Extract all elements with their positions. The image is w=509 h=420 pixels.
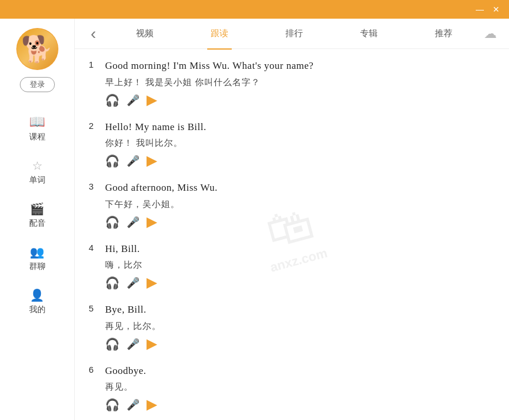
play-icon[interactable]: ▶ bbox=[147, 215, 156, 230]
courses-label: 课程 bbox=[29, 132, 46, 142]
dialogue-english: Hi, Bill. bbox=[105, 242, 495, 257]
dialogue-item: 3 Good afternoon, Miss Wu. 下午好，吴小姐。 🎧 🎤 … bbox=[89, 180, 495, 230]
mic-icon[interactable]: 🎤 bbox=[127, 338, 140, 351]
dialogue-controls: 🎧 🎤 ▶ bbox=[105, 275, 495, 290]
dialogue-controls: 🎧 🎤 ▶ bbox=[105, 397, 495, 412]
minimize-button[interactable]: — bbox=[472, 1, 488, 18]
group-label: 群聊 bbox=[29, 261, 46, 272]
play-icon[interactable]: ▶ bbox=[147, 93, 156, 108]
dialogue-chinese: 嗨，比尔 bbox=[105, 260, 495, 271]
dialogue-english: Bye, Bill. bbox=[105, 302, 495, 317]
dialogue-num: 6 bbox=[89, 363, 105, 374]
dialogue-num: 2 bbox=[89, 120, 105, 131]
tab-recommend[interactable]: 推荐 bbox=[423, 23, 464, 44]
mic-icon[interactable]: 🎤 bbox=[127, 276, 140, 289]
dialogue-chinese: 再见，比尔。 bbox=[105, 321, 495, 332]
dialogue-chinese: 下午好，吴小姐。 bbox=[105, 199, 495, 210]
sidebar-item-dubbing[interactable]: 🎬 配音 bbox=[0, 194, 74, 237]
dialogue-item: 5 Bye, Bill. 再见，比尔。 🎧 🎤 ▶ bbox=[89, 302, 495, 352]
group-icon: 👥 bbox=[30, 245, 44, 259]
headphone-icon[interactable]: 🎧 bbox=[105, 398, 120, 412]
mic-icon[interactable]: 🎤 bbox=[127, 398, 140, 411]
login-button[interactable]: 登录 bbox=[20, 77, 55, 92]
reading-content: 🛍 anxz.com 1 Good morning! I'm Miss Wu. … bbox=[75, 49, 509, 420]
play-icon[interactable]: ▶ bbox=[147, 397, 156, 412]
sidebar-item-words[interactable]: ☆ 单词 bbox=[0, 150, 74, 194]
dialogue-num: 5 bbox=[89, 302, 105, 313]
back-button[interactable]: ‹ bbox=[84, 24, 103, 43]
headphone-icon[interactable]: 🎧 bbox=[105, 93, 120, 107]
headphone-icon[interactable]: 🎧 bbox=[105, 276, 120, 290]
sidebar: 🐕 登录 📖 课程 ☆ 单词 🎬 配音 👥 群聊 👤 bbox=[0, 19, 75, 420]
mic-icon[interactable]: 🎤 bbox=[127, 94, 140, 107]
dialogue-english: Goodbye. bbox=[105, 363, 495, 379]
close-button[interactable]: ✕ bbox=[488, 1, 504, 18]
headphone-icon[interactable]: 🎧 bbox=[105, 337, 120, 351]
cloud-icon: ☁ bbox=[484, 26, 497, 41]
nav-tabs: 视频 跟读 排行 专辑 推荐 bbox=[107, 23, 481, 44]
mic-icon[interactable]: 🎤 bbox=[127, 155, 140, 167]
main-layout: 🐕 登录 📖 课程 ☆ 单词 🎬 配音 👥 群聊 👤 bbox=[0, 19, 509, 420]
words-icon: ☆ bbox=[32, 159, 43, 173]
cloud-button[interactable]: ☁ bbox=[481, 24, 500, 43]
dialogue-controls: 🎧 🎤 ▶ bbox=[105, 215, 495, 230]
dialogue-chinese: 你好！ 我叫比尔。 bbox=[105, 138, 495, 149]
dialogue-chinese: 再见。 bbox=[105, 382, 495, 393]
tab-album[interactable]: 专辑 bbox=[348, 23, 389, 44]
avatar-image: 🐕 bbox=[17, 29, 58, 69]
sidebar-item-mine[interactable]: 👤 我的 bbox=[0, 280, 74, 323]
sidebar-nav: 📖 课程 ☆ 单词 🎬 配音 👥 群聊 👤 我的 bbox=[0, 106, 74, 323]
top-nav: ‹ 视频 跟读 排行 专辑 推荐 ☁ bbox=[75, 19, 509, 49]
mine-icon: 👤 bbox=[30, 288, 44, 302]
dialogue-english: Hello! My name is Bill. bbox=[105, 120, 495, 135]
dialogue-item: 4 Hi, Bill. 嗨，比尔 🎧 🎤 ▶ bbox=[89, 242, 495, 291]
dubbing-icon: 🎬 bbox=[30, 202, 44, 216]
play-icon[interactable]: ▶ bbox=[147, 153, 156, 169]
sidebar-item-courses[interactable]: 📖 课程 bbox=[0, 106, 74, 150]
dialogue-controls: 🎧 🎤 ▶ bbox=[105, 337, 495, 352]
tab-rank[interactable]: 排行 bbox=[274, 23, 315, 44]
headphone-icon[interactable]: 🎧 bbox=[105, 215, 120, 229]
sidebar-item-group[interactable]: 👥 群聊 bbox=[0, 237, 74, 280]
courses-icon: 📖 bbox=[29, 114, 45, 130]
dialogue-english: Good morning! I'm Miss Wu. What's your n… bbox=[105, 58, 495, 74]
dialogue-num: 4 bbox=[89, 242, 105, 253]
dialogue-english: Good afternoon, Miss Wu. bbox=[105, 180, 495, 195]
tab-follow-read[interactable]: 跟读 bbox=[199, 23, 240, 44]
play-icon[interactable]: ▶ bbox=[147, 275, 156, 290]
dialogue-num: 1 bbox=[89, 58, 105, 69]
dialogue-item: 1 Good morning! I'm Miss Wu. What's your… bbox=[89, 58, 495, 108]
avatar: 🐕 bbox=[16, 28, 58, 70]
titlebar: — ✕ bbox=[0, 0, 509, 19]
headphone-icon[interactable]: 🎧 bbox=[105, 154, 120, 168]
dialogue-controls: 🎧 🎤 ▶ bbox=[105, 93, 495, 108]
tab-video[interactable]: 视频 bbox=[124, 23, 165, 44]
back-icon: ‹ bbox=[90, 24, 96, 43]
dialogue-item: 2 Hello! My name is Bill. 你好！ 我叫比尔。 🎧 🎤 … bbox=[89, 120, 495, 169]
dialogue-item: 6 Goodbye. 再见。 🎧 🎤 ▶ bbox=[89, 363, 495, 413]
dialogue-num: 3 bbox=[89, 180, 105, 191]
words-label: 单词 bbox=[29, 175, 46, 186]
mine-label: 我的 bbox=[29, 304, 46, 315]
content-area: ‹ 视频 跟读 排行 专辑 推荐 ☁ 🛍 anxz.com bbox=[75, 19, 509, 420]
mic-icon[interactable]: 🎤 bbox=[127, 216, 140, 229]
play-icon[interactable]: ▶ bbox=[147, 337, 156, 352]
dialogue-controls: 🎧 🎤 ▶ bbox=[105, 153, 495, 169]
dialogue-chinese: 早上好！ 我是吴小姐 你叫什么名字？ bbox=[105, 77, 495, 88]
dubbing-label: 配音 bbox=[29, 218, 46, 229]
